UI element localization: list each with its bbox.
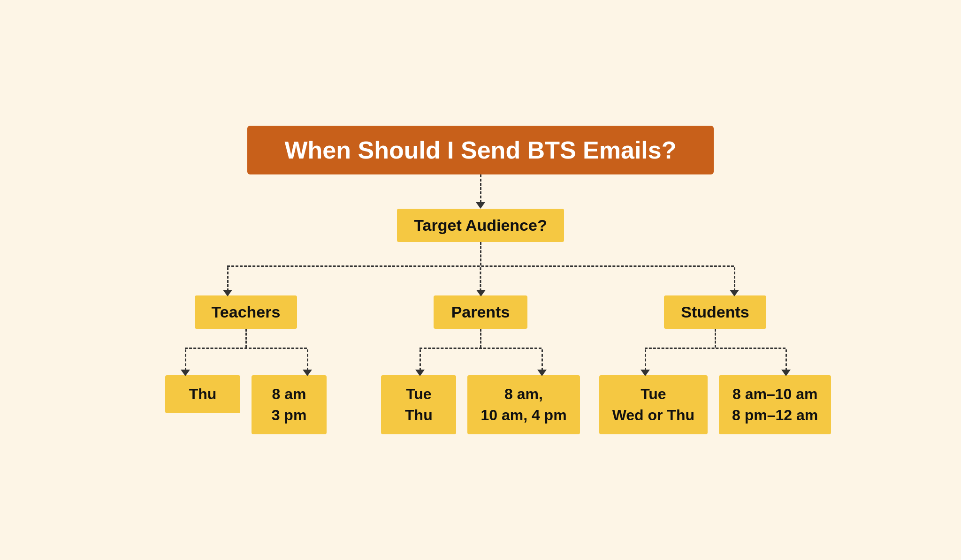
teachers-v-sub bbox=[171, 349, 321, 375]
students-v-sub bbox=[631, 349, 800, 375]
dashed-v-line bbox=[480, 174, 481, 203]
teachers-node: Teachers bbox=[195, 295, 297, 329]
title-text: When Should I Send BTS Emails? bbox=[285, 136, 677, 164]
students-day-box: TueWed or Thu bbox=[599, 375, 708, 434]
audience-row: Teachers Thu bbox=[129, 295, 832, 434]
parents-day-label: TueThu bbox=[405, 386, 433, 424]
parents-time-box: 8 am,10 am, 4 pm bbox=[467, 375, 580, 434]
teachers-time-col: 8 am3 pm bbox=[252, 375, 327, 434]
parents-time-col: 8 am,10 am, 4 pm bbox=[467, 375, 580, 434]
students-label: Students bbox=[681, 303, 749, 321]
parents-v-connector bbox=[480, 329, 481, 348]
parents-column: Parents TueThu bbox=[363, 295, 598, 434]
students-time-col: 8 am–10 am8 pm–12 am bbox=[719, 375, 831, 434]
teachers-sub-row: Thu 8 am3 pm bbox=[165, 375, 327, 434]
students-node: Students bbox=[664, 295, 766, 329]
target-audience-label: Target Audience? bbox=[414, 216, 547, 234]
arrow-right bbox=[730, 290, 739, 296]
teachers-label: Teachers bbox=[212, 303, 281, 321]
students-column: Students TueWed or Thu bbox=[598, 295, 832, 434]
students-v-connector bbox=[715, 329, 716, 348]
students-time-box: 8 am–10 am8 pm–12 am bbox=[719, 375, 831, 434]
target-audience-node: Target Audience? bbox=[397, 209, 564, 242]
diagram: When Should I Send BTS Emails? Target Au… bbox=[58, 126, 903, 434]
v-branch-lines bbox=[152, 267, 809, 295]
parents-sub-row: TueThu 8 am,10 am, 4 pm bbox=[381, 375, 580, 434]
students-sub-row: TueWed or Thu 8 am–10 am8 pm–12 am bbox=[599, 375, 831, 434]
parents-day-col: TueThu bbox=[381, 375, 456, 434]
arrow-left bbox=[223, 290, 232, 296]
teachers-day-box: Thu bbox=[165, 375, 240, 413]
teachers-column: Teachers Thu bbox=[129, 295, 363, 434]
parents-day-box: TueThu bbox=[381, 375, 456, 434]
teachers-time-label: 8 am3 pm bbox=[272, 386, 307, 424]
parents-label: Parents bbox=[451, 303, 510, 321]
teachers-v-connector bbox=[245, 329, 247, 348]
teachers-day-label: Thu bbox=[189, 386, 217, 402]
dashed-v-line-2 bbox=[480, 242, 481, 265]
students-time-label: 8 am–10 am8 pm–12 am bbox=[732, 386, 818, 424]
target-to-branch-connector bbox=[480, 242, 481, 265]
teachers-time-box: 8 am3 pm bbox=[252, 375, 327, 434]
teachers-day-col: Thu bbox=[165, 375, 240, 413]
parents-v-sub bbox=[405, 349, 556, 375]
arrow-down-icon bbox=[476, 202, 485, 209]
students-day-label: TueWed or Thu bbox=[612, 386, 694, 424]
h-dashed-line bbox=[227, 265, 734, 267]
arrow-center bbox=[476, 290, 486, 296]
students-day-col: TueWed or Thu bbox=[599, 375, 708, 434]
parents-node: Parents bbox=[434, 295, 527, 329]
title-to-target-connector bbox=[476, 174, 485, 209]
title-box: When Should I Send BTS Emails? bbox=[247, 126, 714, 174]
parents-time-label: 8 am,10 am, 4 pm bbox=[480, 386, 566, 424]
